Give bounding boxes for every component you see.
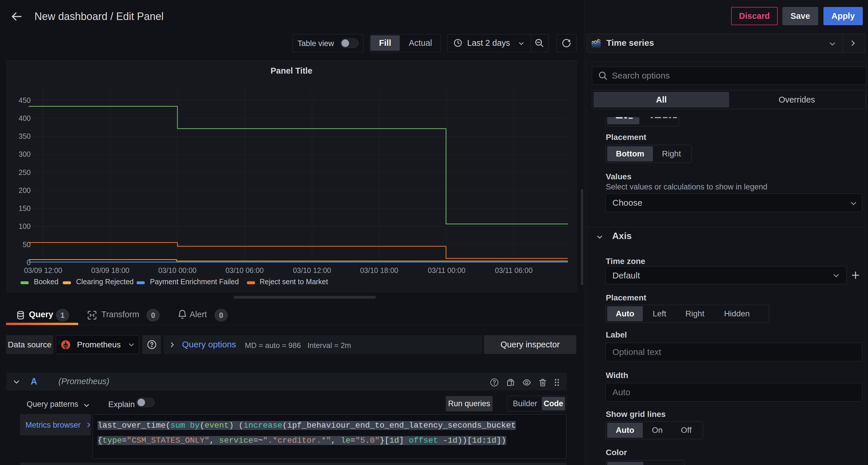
svg-text:03/10 12:00: 03/10 12:00 bbox=[293, 266, 331, 274]
svg-text:03/09 18:00: 03/09 18:00 bbox=[91, 266, 129, 274]
svg-text:150: 150 bbox=[19, 204, 31, 212]
svg-text:200: 200 bbox=[19, 186, 31, 195]
svg-text:350: 350 bbox=[19, 132, 31, 140]
svg-text:100: 100 bbox=[19, 222, 31, 230]
svg-text:450: 450 bbox=[19, 96, 31, 104]
svg-text:03/10 06:00: 03/10 06:00 bbox=[225, 266, 264, 274]
svg-text:03/11 00:00: 03/11 00:00 bbox=[428, 266, 465, 274]
svg-text:03/09 12:00: 03/09 12:00 bbox=[24, 266, 62, 274]
svg-text:03/10 00:00: 03/10 00:00 bbox=[158, 266, 196, 274]
svg-text:50: 50 bbox=[23, 240, 31, 249]
svg-text:300: 300 bbox=[19, 150, 31, 158]
svg-text:250: 250 bbox=[19, 168, 31, 176]
svg-text:400: 400 bbox=[19, 114, 31, 122]
svg-text:03/11 06:00: 03/11 06:00 bbox=[495, 266, 532, 274]
svg-text:03/10 18:00: 03/10 18:00 bbox=[360, 266, 398, 274]
